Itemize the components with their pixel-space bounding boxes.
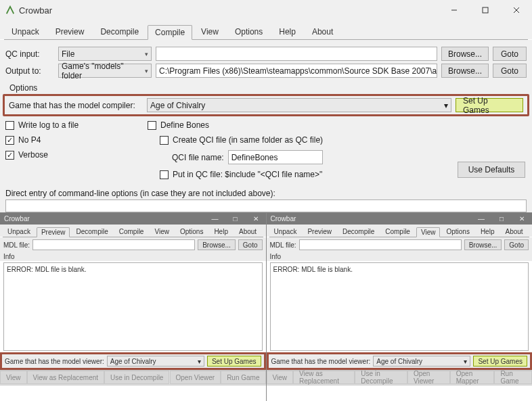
chevron-down-icon: ▾ (198, 358, 201, 365)
suba-info-label: Info (0, 252, 266, 261)
subb-browse-button[interactable]: Browse... (464, 239, 502, 250)
subtab-unpack[interactable]: Unpack (3, 227, 35, 237)
qci-name-input[interactable]: DefineBones (228, 150, 323, 164)
qc-browse-button[interactable]: Browse... (441, 47, 489, 61)
minimize-button[interactable] (439, 0, 470, 20)
action-open-viewer[interactable]: Open Viewer (407, 371, 450, 384)
write-log-checkbox[interactable]: Write log to a file (5, 120, 148, 130)
options-title: Options (9, 83, 527, 93)
subtab-about[interactable]: About (234, 227, 261, 237)
sub-minimize-icon[interactable]: — (205, 213, 225, 225)
subtab-view[interactable]: View (150, 227, 174, 237)
sub-maximize-icon[interactable]: □ (225, 213, 246, 225)
subb-mdl-label: MDL file: (270, 241, 296, 249)
sub-close-icon[interactable]: ✕ (512, 213, 532, 225)
subb-setup-button[interactable]: Set Up Games (473, 356, 527, 367)
action-open-viewer[interactable]: Open Viewer (170, 371, 221, 384)
action-view-as-replacement[interactable]: View as Replacement (293, 371, 355, 384)
tab-help[interactable]: Help (271, 24, 303, 39)
action-run-game[interactable]: Run Game (494, 371, 532, 384)
no-p4-checkbox[interactable]: No P4 (5, 135, 148, 145)
subb-game-label: Game that has the model viewer: (271, 358, 371, 365)
suba-mdl-input[interactable] (32, 239, 195, 250)
suba-game-select[interactable]: Age of Chivalry▾ (107, 356, 204, 367)
suba-info-area: ERROR: MDL file is blank. (3, 262, 263, 351)
subtab-options[interactable]: Options (441, 227, 474, 237)
action-use-in-decompile[interactable]: Use in Decompile (104, 371, 169, 384)
subwindow-view: Crowbar—□✕ UnpackPreviewDecompileCompile… (267, 213, 533, 401)
suba-goto-button[interactable]: Goto (238, 239, 263, 250)
action-view[interactable]: View (0, 371, 27, 384)
tab-decompile[interactable]: Decompile (93, 24, 146, 39)
subtab-help[interactable]: Help (476, 227, 500, 237)
chevron-down-icon: ▾ (145, 51, 148, 57)
chevron-down-icon: ▾ (464, 358, 467, 365)
suba-setup-button[interactable]: Set Up Games (207, 356, 261, 367)
subtab-view[interactable]: View (416, 227, 441, 237)
output-path[interactable]: C:\Program Files (x86)\Steam\steamapps\c… (156, 64, 437, 78)
subb-mdl-input[interactable] (299, 239, 462, 250)
titlebar: Crowbar (0, 0, 532, 20)
verbose-checkbox[interactable]: Verbose (5, 150, 148, 160)
create-qci-checkbox[interactable]: Create QCI file (in same folder as QC fi… (148, 135, 452, 145)
tab-compile[interactable]: Compile (148, 25, 192, 40)
compile-panel: QC input: File▾ Browse... Goto Output to… (0, 40, 532, 212)
subtab-unpack[interactable]: Unpack (269, 227, 302, 237)
tab-options[interactable]: Options (227, 24, 270, 39)
action-run-game[interactable]: Run Game (221, 371, 265, 384)
qc-goto-button[interactable]: Goto (493, 47, 527, 61)
game-compiler-select[interactable]: Age of Chivalry▾ (147, 98, 451, 112)
subtab-about[interactable]: About (500, 227, 527, 237)
subtab-options[interactable]: Options (175, 227, 208, 237)
tab-about[interactable]: About (305, 24, 340, 39)
subwindow-preview: Crowbar—□✕ UnpackPreviewDecompileCompile… (0, 213, 267, 401)
sub-windows: Crowbar—□✕ UnpackPreviewDecompileCompile… (0, 212, 532, 401)
main-tabs: UnpackPreviewDecompileCompileViewOptions… (0, 20, 532, 39)
close-button[interactable] (501, 0, 532, 20)
output-to-label: Output to: (5, 66, 54, 76)
action-use-in-decompile[interactable]: Use in Decompile (355, 371, 407, 384)
subtab-help[interactable]: Help (209, 227, 233, 237)
game-compiler-row: Game that has the model compiler: Age of… (3, 94, 529, 116)
subb-info-area: ERROR: MDL file is blank. (270, 262, 529, 351)
sub-maximize-icon[interactable]: □ (491, 213, 512, 225)
chevron-down-icon: ▾ (145, 68, 148, 74)
define-bones-checkbox[interactable]: Define Bones (148, 120, 452, 130)
suba-mdl-label: MDL file: (3, 241, 30, 249)
put-in-qc-checkbox[interactable]: Put in QC file: $include "<QCI file name… (148, 170, 452, 179)
maximize-button[interactable] (470, 0, 501, 20)
use-defaults-button[interactable]: Use Defaults (458, 162, 525, 178)
qc-input-path[interactable] (156, 47, 437, 61)
subtab-decompile[interactable]: Decompile (338, 227, 379, 237)
sub-close-icon[interactable]: ✕ (246, 213, 266, 225)
qc-input-mode-select[interactable]: File▾ (58, 47, 152, 61)
suba-browse-button[interactable]: Browse... (198, 239, 236, 250)
tab-unpack[interactable]: Unpack (4, 24, 47, 39)
output-goto-button[interactable]: Goto (493, 64, 527, 78)
subtab-compile[interactable]: Compile (380, 227, 415, 237)
output-mode-select[interactable]: Game's "models" folder▾ (58, 64, 152, 78)
tab-view[interactable]: View (194, 24, 226, 39)
subtab-compile[interactable]: Compile (114, 227, 149, 237)
subtab-preview[interactable]: Preview (303, 227, 336, 237)
game-compiler-label: Game that has the model compiler: (9, 101, 143, 110)
sub-minimize-icon[interactable]: — (471, 213, 491, 225)
action-view-as-replacement[interactable]: View as Replacement (27, 371, 105, 384)
subtab-preview[interactable]: Preview (37, 227, 70, 237)
subb-goto-button[interactable]: Goto (504, 239, 529, 250)
suba-game-row: Game that has the model viewer: Age of C… (0, 352, 266, 370)
output-browse-button[interactable]: Browse... (441, 64, 489, 78)
suba-game-label: Game that has the model viewer: (5, 358, 104, 365)
subtab-decompile[interactable]: Decompile (71, 227, 112, 237)
action-view[interactable]: View (267, 371, 294, 384)
subb-game-select[interactable]: Age of Chivalry▾ (373, 356, 470, 367)
qci-name-label: QCI file name: (172, 153, 224, 162)
tab-preview[interactable]: Preview (48, 24, 92, 39)
action-open-mapper[interactable]: Open Mapper (450, 371, 495, 384)
svg-rect-1 (483, 7, 488, 13)
subb-game-row: Game that has the model viewer: Age of C… (267, 352, 533, 370)
app-logo-icon (5, 5, 15, 15)
direct-entry-input[interactable] (5, 199, 527, 212)
set-up-games-button[interactable]: Set Up Games (456, 98, 523, 112)
chevron-down-icon: ▾ (444, 101, 448, 110)
